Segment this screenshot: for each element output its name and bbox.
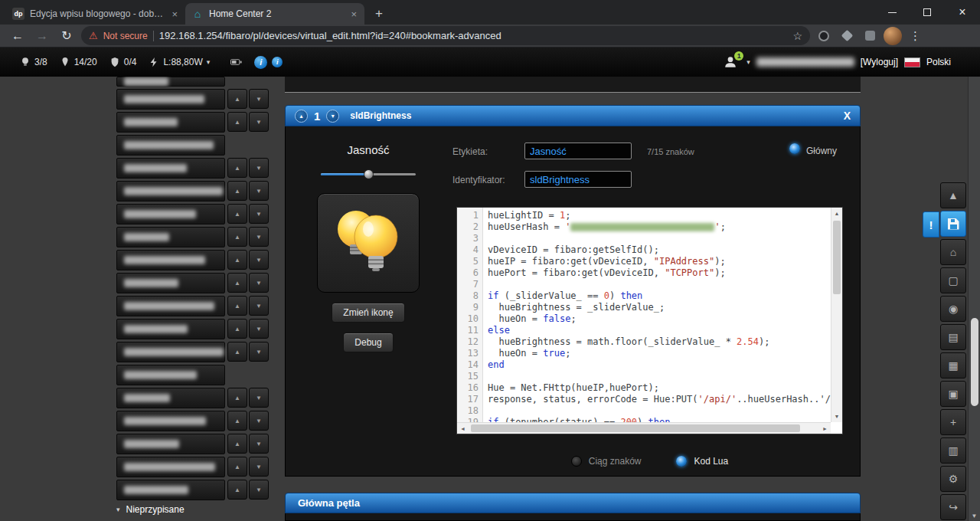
debug-button[interactable]: Debug [343, 333, 393, 352]
move-down-button[interactable]: ▼ [249, 181, 269, 201]
list-item[interactable]: ▲▼ [116, 273, 270, 293]
exit-button[interactable]: ↪ [940, 494, 966, 520]
editor-vertical-scrollbar[interactable]: ▲ ▼ [831, 208, 842, 422]
sidebar-section-unassigned[interactable]: ▾ Nieprzypisane [116, 504, 185, 515]
device-row[interactable] [116, 342, 225, 362]
poland-flag-icon[interactable] [904, 57, 920, 67]
stats-button[interactable]: ▦ [940, 352, 966, 378]
tab-home-center[interactable]: ⌂ Home Center 2 × [185, 3, 364, 25]
list-item[interactable]: ▲▼ [116, 480, 270, 500]
main-loop-panel-header[interactable]: Główna pętla [285, 493, 861, 513]
scroll-up-icon[interactable]: ▲ [831, 208, 842, 219]
scroll-left-icon[interactable]: ◄ [457, 426, 469, 431]
list-item[interactable] [116, 365, 270, 385]
page-scrollbar[interactable]: ▼ [968, 77, 980, 521]
forward-button[interactable]: → [32, 26, 52, 46]
language-label[interactable]: Polski [926, 57, 951, 67]
device-row[interactable] [116, 135, 225, 156]
move-up-button[interactable]: ▲ [227, 457, 247, 477]
move-down-button[interactable]: ▼ [249, 227, 269, 247]
code-lines[interactable]: hueLightID = 1;hueUserHash = ''; vDevice… [483, 208, 842, 434]
list-item[interactable]: ▲▼ [116, 89, 270, 110]
change-icon-button[interactable]: Zmień ikonę [332, 303, 404, 323]
list-item[interactable]: ▲▼ [116, 434, 270, 454]
move-down-button[interactable]: ▼ [249, 158, 269, 178]
move-down-button[interactable]: ▼ [249, 112, 269, 132]
close-window-button[interactable]: × [945, 0, 980, 25]
move-down-button[interactable]: ▼ [249, 434, 269, 454]
scroll-down-icon[interactable]: ▼ [831, 411, 842, 422]
move-up-button[interactable]: ▲ [227, 480, 247, 500]
string-radio[interactable] [571, 456, 582, 467]
scrollbar-thumb[interactable] [471, 424, 800, 432]
list-item[interactable]: ▲▼ [116, 112, 270, 133]
refresh-button[interactable]: ↻ [57, 26, 77, 46]
scroll-top-button[interactable]: ▲ [940, 182, 966, 208]
list-item[interactable]: ▲▼ [116, 250, 270, 270]
list-item[interactable]: ▲▼ [116, 158, 270, 179]
device-row[interactable] [116, 112, 225, 133]
device-row[interactable] [116, 411, 225, 431]
move-down-button[interactable]: ▼ [249, 388, 269, 408]
device-row[interactable] [116, 227, 225, 247]
move-down-button[interactable]: ▼ [249, 273, 269, 293]
list-item[interactable]: ▲▼ [116, 181, 270, 202]
device-row[interactable] [116, 77, 225, 87]
device-row[interactable] [116, 181, 225, 202]
device-row[interactable] [116, 457, 225, 477]
list-item[interactable] [116, 135, 270, 156]
device-row[interactable] [116, 204, 225, 224]
move-up-button[interactable]: ▲ [227, 434, 247, 454]
devices-button[interactable]: ▢ [940, 267, 966, 293]
list-item[interactable]: ▲▼ [116, 457, 270, 477]
identifier-input[interactable] [524, 171, 632, 188]
scrollbar-thumb[interactable] [971, 318, 978, 406]
list-item[interactable]: ▲▼ [116, 342, 270, 362]
maximize-button[interactable] [910, 0, 945, 25]
move-up-button[interactable]: ▲ [227, 204, 247, 224]
move-up-button[interactable]: ▲ [227, 388, 247, 408]
info-icon[interactable]: i [254, 56, 267, 69]
darkmode-extension-icon[interactable] [815, 27, 833, 45]
move-down-button[interactable]: ▼ [249, 319, 269, 339]
device-row[interactable] [116, 296, 225, 316]
code-editor[interactable]: 1234567891011121314151617181920 hueLight… [456, 207, 843, 434]
extension-icon[interactable] [838, 27, 856, 45]
scroll-right-icon[interactable]: ► [819, 426, 831, 431]
move-down-button[interactable]: ▼ [249, 296, 269, 316]
add-button[interactable]: + [940, 409, 966, 435]
move-up-button[interactable]: ▲ [227, 319, 247, 339]
move-up-button[interactable]: ▲ [227, 342, 247, 362]
save-button[interactable]: ! [940, 211, 966, 237]
list-item[interactable]: ▲▼ [116, 411, 270, 431]
tab-close-icon[interactable]: × [349, 8, 358, 20]
move-down-button[interactable]: ▼ [249, 342, 269, 362]
chevron-down-icon[interactable]: ▾ [207, 58, 211, 66]
move-down-button[interactable]: ▼ [249, 89, 269, 109]
brightness-slider[interactable] [321, 169, 416, 179]
location-button[interactable]: ◉ [940, 296, 966, 322]
device-row[interactable] [116, 250, 225, 270]
move-down-button[interactable]: ▼ [249, 457, 269, 477]
new-tab-button[interactable]: + [369, 4, 389, 24]
move-up-button[interactable]: ▲ [227, 273, 247, 293]
list-item[interactable]: ▲▼ [116, 319, 270, 339]
move-up-button[interactable]: ▲ [227, 411, 247, 431]
bookmark-star-icon[interactable]: ☆ [792, 30, 802, 42]
user-menu[interactable]: 1 [724, 55, 740, 69]
mode-option-lua[interactable]: Kod Lua [676, 456, 728, 467]
move-up-button[interactable]: ▲ [227, 296, 247, 316]
url-bar[interactable]: ⚠ Not secure 192.168.1.254/fibaro/pl/dev… [81, 26, 810, 45]
device-row[interactable] [116, 158, 225, 179]
editor-horizontal-scrollbar[interactable]: ◄ ► [457, 422, 831, 434]
list-item[interactable]: ▲▼ [116, 227, 270, 247]
move-up-button[interactable]: ▲ [227, 181, 247, 201]
tab-blog[interactable]: dp Edycja wpisu blogowego - dobre... × [6, 3, 185, 25]
device-row[interactable] [116, 365, 225, 385]
list-item[interactable]: ▲▼ [116, 204, 270, 224]
device-row[interactable] [116, 388, 225, 408]
scrollbar-thumb[interactable] [833, 221, 841, 294]
move-down-button[interactable]: ▼ [249, 250, 269, 270]
move-down-button[interactable]: ▼ [249, 411, 269, 431]
expand-button[interactable]: ▾ [326, 110, 339, 123]
